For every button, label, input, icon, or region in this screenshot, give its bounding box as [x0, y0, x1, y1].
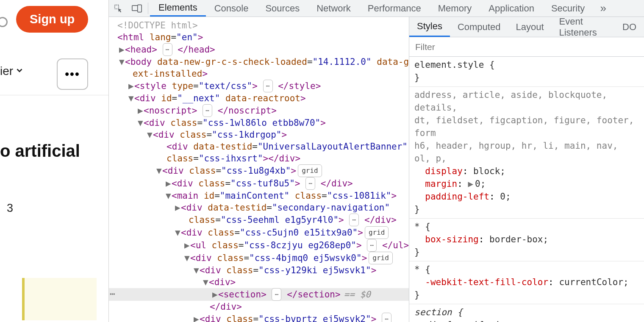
dom-line[interactable]: <html lang="en"> [109, 31, 409, 43]
tab-application[interactable]: Application [480, 0, 543, 17]
css-rule[interactable]: * { box-sizing: border-box; } [409, 219, 644, 261]
signup-button[interactable]: Sign up [16, 6, 88, 33]
website-preview: Sign up ier ••• o artificial 3 [0, 0, 108, 322]
css-rule[interactable]: section { display: block; } [409, 304, 644, 322]
css-rule[interactable]: element.style { } [409, 57, 644, 87]
dom-line[interactable]: class="css-5eehml e1g5yr4l0"> ⋯ </div> [109, 214, 409, 226]
highlight-block [25, 278, 97, 320]
dom-line[interactable]: ▶<div class="css-tuf8u5"> ⋯ </div> [109, 177, 409, 190]
dom-tree[interactable]: <!DOCTYPE html> <html lang="en"> ▶<head>… [109, 17, 409, 322]
subtab-computed[interactable]: Computed [450, 17, 508, 37]
subtab-event-listeners[interactable]: Event Listeners [552, 17, 615, 37]
dom-line[interactable]: ▼<div class="css-1wl86lo etbb8w70"> [109, 117, 409, 129]
dom-line[interactable]: ▼<div class="css-c5ujn0 e15itx9a0">grid [109, 226, 409, 239]
dom-line[interactable]: ▼<div class="css-4bjmq0 ej5wsvk0">grid [109, 252, 409, 264]
css-rule[interactable]: * { -webkit-text-fill-color: currentColo… [409, 261, 644, 304]
more-button[interactable]: ••• [57, 58, 88, 90]
svg-rect-2 [138, 5, 142, 12]
dom-line[interactable]: ▼<div id="__next" data-reactroot> [109, 92, 409, 104]
css-rule[interactable]: address, article, aside, blockquote, det… [409, 87, 644, 219]
filter-dropdown[interactable]: ier [0, 64, 24, 78]
dom-line[interactable]: ▶<div class="css-bvprtz ej5wsvk2"> ⋯ [109, 313, 409, 322]
dom-line[interactable]: class="css-ihxsrt"></div> [109, 153, 409, 164]
styles-body[interactable]: element.style { } address, article, asid… [409, 57, 644, 322]
tab-memory[interactable]: Memory [430, 0, 480, 17]
tab-network[interactable]: Network [308, 0, 359, 17]
tab-sources[interactable]: Sources [257, 0, 308, 17]
dom-line[interactable]: ▼<div> [109, 276, 409, 288]
svg-rect-0 [115, 5, 119, 8]
tab-elements[interactable]: Elements [150, 0, 206, 17]
dom-line[interactable]: <div data-testid="UniversalLayoutAlertBa… [109, 141, 409, 153]
dom-line[interactable]: ▼<div class="css-1u8g4xb">grid [109, 164, 409, 177]
dom-line-selected[interactable]: ⋯▶<section> ⋯ </section>== $0 [109, 288, 409, 301]
subtab-dom-breakpoints[interactable]: DO [615, 17, 644, 37]
styles-filter-input[interactable] [414, 42, 639, 53]
styles-panel: Styles Computed Layout Event Listeners D… [409, 17, 644, 322]
tab-security[interactable]: Security [543, 0, 593, 17]
dom-line[interactable]: ▼<div class="css-y129ki ej5wsvk1"> [109, 264, 409, 276]
dom-line[interactable]: ▼<body data-new-gr-c-s-check-loaded="14.… [109, 56, 409, 68]
separator [148, 3, 148, 14]
dom-line[interactable]: ext-installed> [109, 68, 409, 80]
page-number: 3 [7, 202, 13, 215]
devtools-tabbar: Elements Console Sources Network Perform… [109, 0, 644, 17]
dom-line[interactable]: ▼<main id="mainContent" class="css-1081i… [109, 190, 409, 202]
inspect-icon[interactable] [109, 0, 128, 17]
chevron-down-icon [15, 64, 24, 78]
divider [0, 95, 108, 95]
headline-fragment: o artificial [0, 142, 80, 161]
styles-subtabs: Styles Computed Layout Event Listeners D… [409, 17, 644, 37]
dom-line[interactable]: ▶<noscript> ⋯ </noscript> [109, 104, 409, 117]
dom-line[interactable]: <!DOCTYPE html> [109, 19, 409, 31]
device-toggle-icon[interactable] [128, 0, 146, 17]
search-icon[interactable] [0, 17, 8, 27]
dropdown-label: ier [0, 64, 13, 78]
tab-performance[interactable]: Performance [359, 0, 430, 17]
styles-filter-row [409, 37, 644, 57]
dom-line[interactable]: ▶<head> ⋯ </head> [109, 43, 409, 56]
dom-line[interactable]: ▶<div data-testid="secondary-navigation" [109, 202, 409, 214]
tab-console[interactable]: Console [206, 0, 257, 17]
dom-line[interactable]: ▼<div class="css-1kdrgop"> [109, 129, 409, 141]
subtab-styles[interactable]: Styles [409, 17, 450, 37]
tabs-overflow-icon[interactable]: » [593, 0, 613, 17]
dom-line[interactable]: </div> [109, 301, 409, 313]
dom-line[interactable]: ▶<style type="text/css"> ⋯ </style> [109, 80, 409, 92]
subtab-layout[interactable]: Layout [508, 17, 551, 37]
devtools-panel: Elements Console Sources Network Perform… [108, 0, 644, 322]
dom-line[interactable]: ▶<ul class="css-8czjyu eg268ep0"> ⋯ </ul… [109, 239, 409, 252]
